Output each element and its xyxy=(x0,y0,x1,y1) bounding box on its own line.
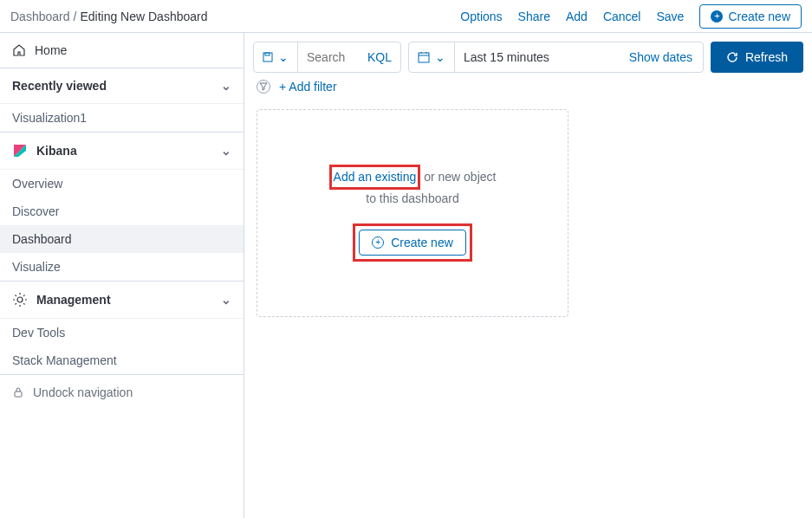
add-existing-highlight: Add an existing xyxy=(329,165,421,190)
main-content: ⌄ KQL ⌄ Last 15 minutes Show dates Refre… xyxy=(244,33,812,518)
chevron-down-icon: ⌄ xyxy=(221,79,231,93)
time-range[interactable]: Last 15 minutes xyxy=(455,50,619,64)
disk-icon xyxy=(263,52,273,62)
recently-viewed-label: Recently viewed xyxy=(12,79,107,93)
recent-item[interactable]: Visualization1 xyxy=(0,104,244,132)
add-link[interactable]: Add xyxy=(566,10,588,23)
top-actions: Options Share Add Cancel Save + Create n… xyxy=(460,4,802,29)
show-dates-link[interactable]: Show dates xyxy=(619,50,703,64)
kql-toggle[interactable]: KQL xyxy=(359,50,400,64)
svg-rect-3 xyxy=(265,53,270,55)
sidebar: Home Recently viewed ⌄ Visualization1 Ki… xyxy=(0,33,244,518)
date-quick-menu[interactable]: ⌄ xyxy=(409,42,455,72)
filter-bar: + Add filter xyxy=(253,73,803,100)
refresh-icon xyxy=(726,51,738,63)
home-label: Home xyxy=(35,43,67,57)
refresh-label: Refresh xyxy=(745,50,788,64)
management-header[interactable]: Management ⌄ xyxy=(0,282,244,319)
breadcrumb-current: Editing New Dashboard xyxy=(80,10,207,23)
sidebar-item-overview[interactable]: Overview xyxy=(0,170,244,197)
filter-options-icon[interactable] xyxy=(257,80,270,94)
home-link[interactable]: Home xyxy=(0,33,244,68)
chevron-down-icon: ⌄ xyxy=(221,144,231,158)
cancel-link[interactable]: Cancel xyxy=(603,10,641,23)
gear-icon xyxy=(12,292,28,308)
dz-create-label: Create new xyxy=(391,236,453,249)
kibana-logo-icon xyxy=(12,143,28,159)
sidebar-item-dashboard[interactable]: Dashboard xyxy=(0,225,244,253)
dz-text-2: to this dashboard xyxy=(366,191,458,205)
dz-text-1: or new object xyxy=(420,170,496,184)
refresh-button[interactable]: Refresh xyxy=(711,42,803,73)
management-label: Management xyxy=(36,293,111,307)
empty-dashboard-dropzone: Add an existing or new object to this da… xyxy=(257,109,568,317)
chevron-down-icon: ⌄ xyxy=(221,293,231,307)
sidebar-item-stackmgmt[interactable]: Stack Management xyxy=(0,346,244,374)
plus-outline-icon: + xyxy=(372,236,384,249)
breadcrumb: Dashboard / Editing New Dashboard xyxy=(10,10,207,23)
calendar-icon xyxy=(418,51,430,63)
svg-rect-4 xyxy=(419,53,429,62)
home-icon xyxy=(12,43,26,57)
dropzone-create-new-button[interactable]: + Create new xyxy=(359,230,466,256)
svg-rect-1 xyxy=(15,392,22,397)
create-new-label: Create new xyxy=(728,10,790,23)
dropzone-text: Add an existing or new object to this da… xyxy=(329,165,497,208)
recently-viewed-header[interactable]: Recently viewed ⌄ xyxy=(0,68,244,104)
plus-circle-icon: + xyxy=(711,10,723,23)
chevron-down-icon: ⌄ xyxy=(278,50,289,64)
saved-query-menu[interactable]: ⌄ xyxy=(254,42,298,72)
undock-nav[interactable]: Undock navigation xyxy=(0,375,244,410)
breadcrumb-sep: / xyxy=(74,10,77,23)
undock-label: Undock navigation xyxy=(33,385,133,399)
create-new-button[interactable]: + Create new xyxy=(699,4,802,29)
query-bar: ⌄ KQL ⌄ Last 15 minutes Show dates Refre… xyxy=(253,42,803,73)
search-input[interactable] xyxy=(298,50,359,64)
sidebar-item-visualize[interactable]: Visualize xyxy=(0,253,244,281)
date-picker: ⌄ Last 15 minutes Show dates xyxy=(408,42,704,73)
kibana-header[interactable]: Kibana ⌄ xyxy=(0,133,244,170)
options-link[interactable]: Options xyxy=(460,10,502,23)
svg-point-0 xyxy=(17,297,23,302)
lock-icon xyxy=(12,386,24,398)
sidebar-item-devtools[interactable]: Dev Tools xyxy=(0,319,244,346)
search-box: ⌄ KQL xyxy=(253,42,401,73)
save-link[interactable]: Save xyxy=(656,10,684,23)
breadcrumb-parent[interactable]: Dashboard xyxy=(10,10,70,23)
kibana-label: Kibana xyxy=(36,144,77,158)
add-filter-link[interactable]: + Add filter xyxy=(279,80,337,94)
add-existing-link[interactable]: Add an existing xyxy=(334,170,417,184)
create-new-highlight: + Create new xyxy=(353,223,472,262)
topbar: Dashboard / Editing New Dashboard Option… xyxy=(0,0,812,33)
share-link[interactable]: Share xyxy=(518,10,550,23)
chevron-down-icon: ⌄ xyxy=(435,50,445,64)
sidebar-item-discover[interactable]: Discover xyxy=(0,197,244,225)
